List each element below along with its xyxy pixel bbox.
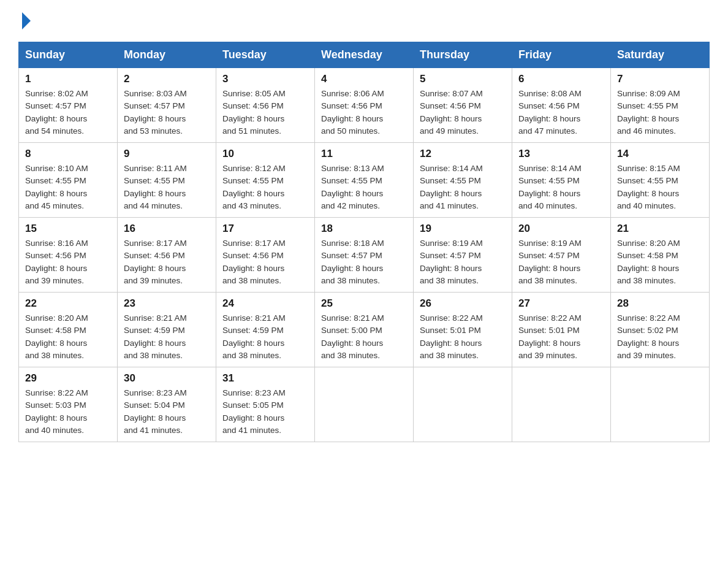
calendar-cell: 21Sunrise: 8:20 AMSunset: 4:58 PMDayligh… — [611, 218, 710, 293]
day-info: Sunrise: 8:14 AMSunset: 4:55 PMDaylight:… — [518, 163, 604, 212]
day-number: 31 — [222, 372, 308, 385]
header-cell-monday: Monday — [118, 42, 216, 68]
day-number: 3 — [222, 73, 308, 85]
calendar-cell: 16Sunrise: 8:17 AMSunset: 4:56 PMDayligh… — [118, 218, 216, 293]
day-info: Sunrise: 8:14 AMSunset: 4:55 PMDaylight:… — [420, 163, 506, 212]
calendar-row: 1Sunrise: 8:02 AMSunset: 4:57 PMDaylight… — [19, 68, 710, 143]
calendar-cell: 13Sunrise: 8:14 AMSunset: 4:55 PMDayligh… — [512, 143, 611, 218]
day-number: 26 — [420, 297, 506, 310]
calendar-cell: 24Sunrise: 8:21 AMSunset: 4:59 PMDayligh… — [216, 293, 315, 367]
calendar-cell — [315, 367, 414, 442]
header-cell-friday: Friday — [512, 42, 611, 68]
calendar-cell: 6Sunrise: 8:08 AMSunset: 4:56 PMDaylight… — [512, 68, 611, 143]
day-number: 11 — [321, 148, 407, 160]
calendar-row: 22Sunrise: 8:20 AMSunset: 4:58 PMDayligh… — [19, 293, 710, 367]
day-number: 8 — [25, 148, 111, 160]
calendar-cell: 14Sunrise: 8:15 AMSunset: 4:55 PMDayligh… — [611, 143, 710, 218]
day-number: 30 — [124, 372, 210, 385]
calendar-cell: 15Sunrise: 8:16 AMSunset: 4:56 PMDayligh… — [19, 218, 118, 293]
header-cell-thursday: Thursday — [414, 42, 512, 68]
calendar-cell: 3Sunrise: 8:05 AMSunset: 4:56 PMDaylight… — [216, 68, 315, 143]
day-number: 5 — [420, 73, 506, 85]
calendar-cell: 9Sunrise: 8:11 AMSunset: 4:55 PMDaylight… — [118, 143, 216, 218]
calendar-cell — [512, 367, 611, 442]
day-info: Sunrise: 8:10 AMSunset: 4:55 PMDaylight:… — [25, 163, 111, 212]
day-info: Sunrise: 8:02 AMSunset: 4:57 PMDaylight:… — [25, 88, 111, 137]
day-info: Sunrise: 8:15 AMSunset: 4:55 PMDaylight:… — [617, 163, 703, 212]
calendar-cell: 27Sunrise: 8:22 AMSunset: 5:01 PMDayligh… — [512, 293, 611, 367]
calendar-cell: 10Sunrise: 8:12 AMSunset: 4:55 PMDayligh… — [216, 143, 315, 218]
day-number: 16 — [124, 223, 210, 235]
day-info: Sunrise: 8:22 AMSunset: 5:01 PMDaylight:… — [420, 312, 506, 362]
calendar-row: 8Sunrise: 8:10 AMSunset: 4:55 PMDaylight… — [19, 143, 710, 218]
day-number: 4 — [321, 73, 407, 85]
day-info: Sunrise: 8:18 AMSunset: 4:57 PMDaylight:… — [321, 237, 407, 287]
header-row: SundayMondayTuesdayWednesdayThursdayFrid… — [19, 42, 710, 68]
day-number: 13 — [518, 148, 604, 160]
day-number: 15 — [25, 223, 111, 235]
day-info: Sunrise: 8:19 AMSunset: 4:57 PMDaylight:… — [420, 237, 506, 287]
day-number: 25 — [321, 297, 407, 310]
calendar-row: 15Sunrise: 8:16 AMSunset: 4:56 PMDayligh… — [19, 218, 710, 293]
day-info: Sunrise: 8:17 AMSunset: 4:56 PMDaylight:… — [222, 237, 308, 287]
day-info: Sunrise: 8:22 AMSunset: 5:02 PMDaylight:… — [617, 312, 703, 362]
logo-arrow-icon — [22, 12, 31, 29]
day-number: 7 — [617, 73, 703, 85]
calendar-cell: 7Sunrise: 8:09 AMSunset: 4:55 PMDaylight… — [611, 68, 710, 143]
day-number: 23 — [124, 297, 210, 310]
calendar-cell: 20Sunrise: 8:19 AMSunset: 4:57 PMDayligh… — [512, 218, 611, 293]
calendar-cell: 5Sunrise: 8:07 AMSunset: 4:56 PMDaylight… — [414, 68, 512, 143]
calendar-cell: 11Sunrise: 8:13 AMSunset: 4:55 PMDayligh… — [315, 143, 414, 218]
day-info: Sunrise: 8:20 AMSunset: 4:58 PMDaylight:… — [617, 237, 703, 287]
calendar-cell: 23Sunrise: 8:21 AMSunset: 4:59 PMDayligh… — [118, 293, 216, 367]
day-number: 17 — [222, 223, 308, 235]
day-info: Sunrise: 8:21 AMSunset: 5:00 PMDaylight:… — [321, 312, 407, 362]
calendar-cell: 31Sunrise: 8:23 AMSunset: 5:05 PMDayligh… — [216, 367, 315, 442]
day-info: Sunrise: 8:23 AMSunset: 5:05 PMDaylight:… — [222, 387, 308, 437]
calendar-cell: 4Sunrise: 8:06 AMSunset: 4:56 PMDaylight… — [315, 68, 414, 143]
calendar-cell: 28Sunrise: 8:22 AMSunset: 5:02 PMDayligh… — [611, 293, 710, 367]
calendar-cell: 25Sunrise: 8:21 AMSunset: 5:00 PMDayligh… — [315, 293, 414, 367]
header-cell-sunday: Sunday — [19, 42, 118, 68]
day-info: Sunrise: 8:07 AMSunset: 4:56 PMDaylight:… — [420, 88, 506, 137]
day-number: 10 — [222, 148, 308, 160]
day-info: Sunrise: 8:12 AMSunset: 4:55 PMDaylight:… — [222, 163, 308, 212]
calendar-header: SundayMondayTuesdayWednesdayThursdayFrid… — [19, 42, 710, 68]
day-number: 6 — [518, 73, 604, 85]
calendar-cell: 1Sunrise: 8:02 AMSunset: 4:57 PMDaylight… — [19, 68, 118, 143]
calendar-row: 29Sunrise: 8:22 AMSunset: 5:03 PMDayligh… — [19, 367, 710, 442]
day-number: 21 — [617, 223, 703, 235]
day-info: Sunrise: 8:05 AMSunset: 4:56 PMDaylight:… — [222, 88, 308, 137]
header-cell-tuesday: Tuesday — [216, 42, 315, 68]
calendar-cell: 12Sunrise: 8:14 AMSunset: 4:55 PMDayligh… — [414, 143, 512, 218]
calendar-cell — [414, 367, 512, 442]
day-info: Sunrise: 8:23 AMSunset: 5:04 PMDaylight:… — [124, 387, 210, 437]
day-number: 29 — [25, 372, 111, 385]
day-info: Sunrise: 8:09 AMSunset: 4:55 PMDaylight:… — [617, 88, 703, 137]
calendar-cell: 26Sunrise: 8:22 AMSunset: 5:01 PMDayligh… — [414, 293, 512, 367]
day-info: Sunrise: 8:03 AMSunset: 4:57 PMDaylight:… — [124, 88, 210, 137]
day-info: Sunrise: 8:21 AMSunset: 4:59 PMDaylight:… — [124, 312, 210, 362]
day-info: Sunrise: 8:22 AMSunset: 5:01 PMDaylight:… — [518, 312, 604, 362]
day-info: Sunrise: 8:22 AMSunset: 5:03 PMDaylight:… — [25, 387, 111, 437]
logo — [18, 12, 31, 29]
calendar-cell: 22Sunrise: 8:20 AMSunset: 4:58 PMDayligh… — [19, 293, 118, 367]
day-number: 2 — [124, 73, 210, 85]
day-info: Sunrise: 8:11 AMSunset: 4:55 PMDaylight:… — [124, 163, 210, 212]
day-info: Sunrise: 8:19 AMSunset: 4:57 PMDaylight:… — [518, 237, 604, 287]
day-info: Sunrise: 8:17 AMSunset: 4:56 PMDaylight:… — [124, 237, 210, 287]
day-number: 12 — [420, 148, 506, 160]
calendar-cell: 17Sunrise: 8:17 AMSunset: 4:56 PMDayligh… — [216, 218, 315, 293]
calendar-cell: 18Sunrise: 8:18 AMSunset: 4:57 PMDayligh… — [315, 218, 414, 293]
day-number: 24 — [222, 297, 308, 310]
header-cell-wednesday: Wednesday — [315, 42, 414, 68]
day-info: Sunrise: 8:20 AMSunset: 4:58 PMDaylight:… — [25, 312, 111, 362]
day-number: 1 — [25, 73, 111, 85]
day-info: Sunrise: 8:21 AMSunset: 4:59 PMDaylight:… — [222, 312, 308, 362]
day-info: Sunrise: 8:13 AMSunset: 4:55 PMDaylight:… — [321, 163, 407, 212]
calendar-cell — [611, 367, 710, 442]
day-number: 22 — [25, 297, 111, 310]
calendar-cell: 19Sunrise: 8:19 AMSunset: 4:57 PMDayligh… — [414, 218, 512, 293]
day-number: 27 — [518, 297, 604, 310]
calendar-cell: 2Sunrise: 8:03 AMSunset: 4:57 PMDaylight… — [118, 68, 216, 143]
